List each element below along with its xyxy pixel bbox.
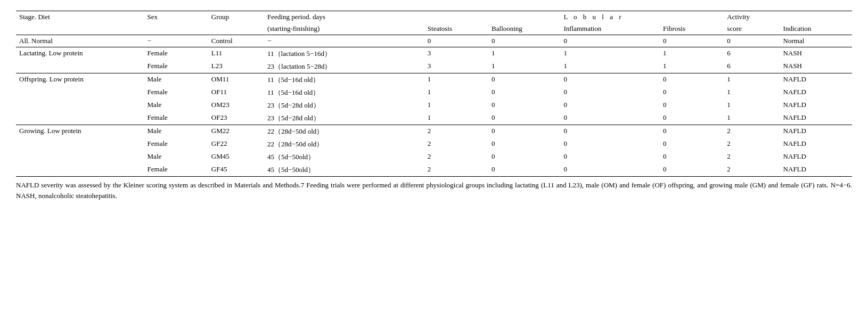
cell-inflammation: 0	[560, 35, 660, 47]
cell-feeding: 23（5d−28d old）	[264, 112, 424, 125]
cell-activity: 0	[724, 35, 780, 47]
cell-group: L23	[208, 60, 264, 73]
cell-feeding: 11（5d−16d old）	[264, 73, 424, 87]
cell-stage	[16, 60, 144, 73]
cell-steatosis: 3	[424, 60, 488, 73]
table-body: All. Normal−Control−00000NormalLactating…	[16, 35, 852, 177]
header-activity2: score	[724, 23, 780, 35]
cell-stage	[16, 99, 144, 112]
cell-fibrosis: 0	[660, 99, 724, 112]
cell-stage	[16, 86, 144, 99]
cell-activity: 6	[724, 47, 780, 61]
header-fibrosis	[660, 11, 724, 23]
header-steatosis	[424, 11, 488, 23]
cell-group: GF22	[208, 138, 264, 151]
data-table: Stage. Diet Sex Group Feeding period. da…	[16, 11, 852, 177]
cell-steatosis: 0	[424, 35, 488, 47]
table-row: Lactating. Low proteinFemaleL1111（lactat…	[16, 47, 852, 61]
cell-fibrosis: 0	[660, 151, 724, 163]
cell-indication: NAFLD	[780, 73, 852, 87]
table-row: Growing. Low proteinMaleGM2222（28d−50d o…	[16, 125, 852, 138]
table-row: FemaleOF1111（5d−16d old）10001NAFLD	[16, 86, 852, 99]
cell-sex: Female	[144, 163, 208, 177]
cell-stage	[16, 151, 144, 163]
cell-steatosis: 3	[424, 47, 488, 61]
table-row: FemaleOF2323（5d−28d old）10001NAFLD	[16, 112, 852, 125]
cell-sex: Male	[144, 99, 208, 112]
cell-fibrosis: 0	[660, 112, 724, 125]
cell-sex: −	[144, 35, 208, 47]
cell-fibrosis: 0	[660, 73, 724, 87]
cell-feeding: 22（28d−50d old）	[264, 125, 424, 138]
header-ballooning	[488, 11, 560, 23]
header-inflammation: Inflammation	[560, 23, 660, 35]
cell-group: OF23	[208, 112, 264, 125]
cell-feeding: 45（5d−50old）	[264, 151, 424, 163]
cell-sex: Male	[144, 151, 208, 163]
cell-group: GM22	[208, 125, 264, 138]
cell-ballooning: 0	[488, 138, 560, 151]
table-row: FemaleGF4545（5d−50old）20002NAFLD	[16, 163, 852, 177]
cell-indication: Normal	[780, 35, 852, 47]
cell-indication: NAFLD	[780, 138, 852, 151]
cell-activity: 1	[724, 99, 780, 112]
cell-indication: NASH	[780, 47, 852, 61]
cell-indication: NAFLD	[780, 99, 852, 112]
cell-group: OM23	[208, 99, 264, 112]
header-row-1: Stage. Diet Sex Group Feeding period. da…	[16, 11, 852, 23]
cell-steatosis: 1	[424, 86, 488, 99]
header-feeding: Feeding period. days	[264, 11, 424, 23]
cell-stage: Growing. Low protein	[16, 125, 144, 138]
cell-steatosis: 2	[424, 125, 488, 138]
cell-group: OF11	[208, 86, 264, 99]
cell-activity: 2	[724, 151, 780, 163]
footnote: NAFLD severity was assessed by the Klein…	[16, 180, 852, 201]
cell-sex: Female	[144, 60, 208, 73]
cell-group: GM45	[208, 151, 264, 163]
cell-sex: Male	[144, 125, 208, 138]
cell-fibrosis: 1	[660, 60, 724, 73]
cell-inflammation: 1	[560, 60, 660, 73]
cell-group: L11	[208, 47, 264, 61]
table-row: FemaleGF2222（28d−50d old）20002NAFLD	[16, 138, 852, 151]
cell-ballooning: 0	[488, 163, 560, 177]
cell-sex: Female	[144, 138, 208, 151]
header-stage: Stage. Diet	[16, 11, 144, 23]
cell-sex: Male	[144, 73, 208, 87]
header-row-2: (starting-finishing) Steatosis Balloonin…	[16, 23, 852, 35]
cell-fibrosis: 0	[660, 163, 724, 177]
cell-steatosis: 2	[424, 138, 488, 151]
cell-feeding: 22（28d−50d old）	[264, 138, 424, 151]
cell-steatosis: 1	[424, 99, 488, 112]
cell-feeding: 23（lactation 5−28d）	[264, 60, 424, 73]
cell-indication: NAFLD	[780, 151, 852, 163]
cell-inflammation: 0	[560, 73, 660, 87]
cell-indication: NAFLD	[780, 125, 852, 138]
table-row: All. Normal−Control−00000Normal	[16, 35, 852, 47]
cell-indication: NAFLD	[780, 112, 852, 125]
header-sex2	[144, 23, 208, 35]
cell-inflammation: 0	[560, 138, 660, 151]
table-row: MaleOM2323（5d−28d old）10001NAFLD	[16, 99, 852, 112]
cell-activity: 1	[724, 73, 780, 87]
cell-ballooning: 0	[488, 86, 560, 99]
cell-activity: 2	[724, 125, 780, 138]
table-row: FemaleL2323（lactation 5−28d）31116NASH	[16, 60, 852, 73]
cell-group: GF45	[208, 163, 264, 177]
cell-ballooning: 0	[488, 73, 560, 87]
header-feeding2: (starting-finishing)	[264, 23, 424, 35]
header-sex: Sex	[144, 11, 208, 23]
cell-inflammation: 0	[560, 163, 660, 177]
cell-ballooning: 0	[488, 125, 560, 138]
cell-feeding: −	[264, 35, 424, 47]
cell-activity: 2	[724, 163, 780, 177]
cell-inflammation: 0	[560, 151, 660, 163]
cell-feeding: 11（5d−16d old）	[264, 86, 424, 99]
cell-steatosis: 2	[424, 163, 488, 177]
cell-steatosis: 1	[424, 112, 488, 125]
cell-fibrosis: 1	[660, 47, 724, 61]
cell-activity: 1	[724, 86, 780, 99]
cell-activity: 1	[724, 112, 780, 125]
header-steatosis2: Steatosis	[424, 23, 488, 35]
header-stage2	[16, 23, 144, 35]
